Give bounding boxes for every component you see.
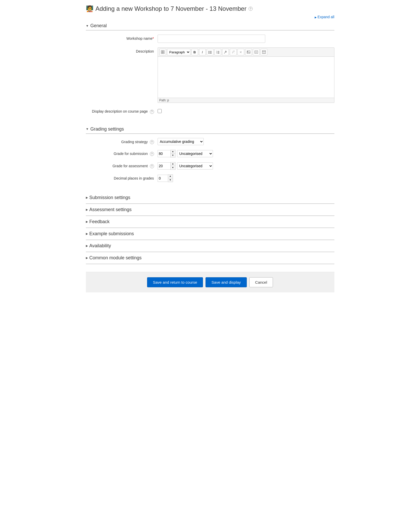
- availability-section[interactable]: ▶ Availability: [86, 240, 334, 252]
- display-desc-control: [158, 107, 334, 114]
- editor-grid-icon[interactable]: [159, 49, 166, 55]
- submission-section-label: Submission settings: [89, 195, 130, 200]
- editor-italic-btn[interactable]: I: [199, 49, 206, 55]
- grading-section-content: Grading strategy ? Accumulative grading …: [86, 134, 334, 191]
- editor-unlink-btn[interactable]: [230, 49, 237, 55]
- general-section-header[interactable]: ▼ General: [86, 21, 334, 30]
- page-title-text: Adding a new Workshop to 7 November - 13…: [96, 5, 247, 12]
- grade-assessment-category-select[interactable]: Uncategorised: [177, 162, 213, 170]
- description-row: Description: [86, 47, 334, 103]
- grading-section-label: Grading settings: [90, 126, 124, 132]
- general-arrow-icon: ▼: [86, 24, 89, 28]
- display-desc-label: Display description on course page ?: [86, 107, 158, 114]
- editor-template-btn[interactable]: [261, 49, 267, 55]
- svg-point-18: [247, 51, 248, 52]
- grade-submission-category-select[interactable]: Uncategorised: [177, 150, 213, 157]
- grading-strategy-help-icon[interactable]: ?: [150, 140, 154, 144]
- description-editor: Paragraph B I: [158, 47, 334, 103]
- decimal-places-down-btn[interactable]: ▼: [168, 178, 173, 182]
- editor-image-btn[interactable]: [245, 49, 252, 55]
- svg-rect-17: [247, 51, 250, 53]
- svg-marker-20: [256, 52, 257, 53]
- assessment-section[interactable]: ▶ Assessment settings: [86, 204, 334, 216]
- editor-media-btn[interactable]: [253, 49, 260, 55]
- decimal-places-label: Decimal places in grades: [86, 174, 158, 181]
- grade-submission-help-icon[interactable]: ?: [150, 152, 154, 156]
- example-arrow-icon: ▶: [86, 232, 88, 235]
- svg-point-6: [208, 52, 209, 53]
- decimal-places-spinner-btns: ▲ ▼: [168, 174, 173, 182]
- grade-assessment-label: Grade for assessment ?: [86, 162, 158, 169]
- svg-text:3.: 3.: [216, 52, 217, 54]
- save-return-button[interactable]: Save and return to course: [147, 277, 203, 287]
- general-section-label: General: [90, 23, 107, 28]
- save-display-button[interactable]: Save and display: [206, 277, 247, 287]
- grade-submission-spinner-btns: ▲ ▼: [170, 150, 176, 157]
- feedback-section-label: Feedback: [89, 219, 110, 224]
- grade-submission-down-btn[interactable]: ▼: [171, 154, 175, 157]
- display-desc-help-icon[interactable]: ?: [150, 110, 154, 114]
- workshop-name-input[interactable]: [158, 35, 265, 43]
- grade-assessment-spinner: ▲ ▼: [158, 162, 176, 170]
- svg-rect-1: [163, 51, 164, 52]
- svg-point-8: [208, 53, 209, 54]
- svg-rect-3: [163, 52, 164, 54]
- decimal-places-input[interactable]: [158, 175, 168, 182]
- general-section-content: Workshop name* Description: [86, 31, 334, 123]
- grading-section: ▼ Grading settings Grading strategy ? Ac…: [86, 124, 334, 191]
- grade-submission-spinner: ▲ ▼: [158, 150, 176, 157]
- grading-strategy-control: Accumulative grading Comments Number of …: [158, 138, 334, 145]
- grade-assessment-down-btn[interactable]: ▼: [171, 166, 175, 170]
- decimal-places-row: Decimal places in grades ▲ ▼: [86, 174, 334, 182]
- common-module-section-label: Common module settings: [89, 255, 142, 261]
- editor-paragraph-select[interactable]: Paragraph: [167, 49, 190, 55]
- availability-section-label: Availability: [89, 243, 111, 249]
- page-title-help-icon[interactable]: ?: [249, 7, 253, 11]
- page-title-icon: 🧑‍🏫: [86, 5, 94, 12]
- availability-arrow-icon: ▶: [86, 244, 88, 248]
- editor-footer: Path: p: [158, 98, 334, 103]
- editor-bold-btn[interactable]: B: [191, 49, 198, 55]
- svg-rect-2: [161, 52, 162, 54]
- decimal-places-up-btn[interactable]: ▲: [168, 175, 173, 178]
- workshop-name-row: Workshop name*: [86, 35, 334, 43]
- example-submissions-section[interactable]: ▶ Example submissions: [86, 228, 334, 240]
- grade-assessment-help-icon[interactable]: ?: [150, 164, 154, 168]
- editor-link-btn[interactable]: [222, 49, 229, 55]
- grading-strategy-row: Grading strategy ? Accumulative grading …: [86, 138, 334, 145]
- grading-arrow-icon: ▼: [86, 127, 89, 131]
- grading-strategy-select[interactable]: Accumulative grading Comments Number of …: [158, 138, 204, 145]
- common-module-section[interactable]: ▶ Common module settings: [86, 252, 334, 264]
- feedback-arrow-icon: ▶: [86, 220, 88, 223]
- grade-assessment-control: ▲ ▼ Uncategorised: [158, 162, 334, 170]
- grade-submission-up-btn[interactable]: ▲: [171, 150, 175, 154]
- editor-x-btn[interactable]: ✕: [238, 49, 244, 55]
- grade-submission-control: ▲ ▼ Uncategorised: [158, 150, 334, 157]
- decimal-places-control: ▲ ▼: [158, 174, 334, 182]
- submission-arrow-icon: ▶: [86, 196, 88, 199]
- svg-rect-0: [161, 51, 162, 52]
- editor-numbered-list-btn[interactable]: 1. 2. 3.: [214, 49, 221, 55]
- submission-section[interactable]: ▶ Submission settings: [86, 192, 334, 204]
- common-module-arrow-icon: ▶: [86, 256, 88, 260]
- workshop-name-label: Workshop name*: [86, 35, 158, 41]
- expand-all-row: Expand all: [86, 15, 334, 19]
- workshop-name-control: [158, 35, 334, 43]
- grade-submission-row: Grade for submission ? ▲ ▼ Unca: [86, 150, 334, 157]
- grading-section-header[interactable]: ▼ Grading settings: [86, 124, 334, 134]
- grade-assessment-up-btn[interactable]: ▲: [171, 162, 175, 166]
- display-desc-checkbox[interactable]: [158, 109, 162, 113]
- grade-submission-input[interactable]: [158, 150, 170, 157]
- editor-body[interactable]: [158, 57, 334, 98]
- general-section: ▼ General Workshop name* Description: [86, 21, 334, 123]
- editor-bullet-list-btn[interactable]: [207, 49, 213, 55]
- feedback-section[interactable]: ▶ Feedback: [86, 216, 334, 228]
- description-control: Paragraph B I: [158, 47, 334, 103]
- grade-assessment-input[interactable]: [158, 162, 170, 170]
- display-desc-row: Display description on course page ?: [86, 107, 334, 114]
- expand-all-link[interactable]: Expand all: [315, 15, 334, 19]
- grade-submission-label: Grade for submission ?: [86, 150, 158, 156]
- cancel-button[interactable]: Cancel: [249, 277, 273, 287]
- grade-assessment-row: Grade for assessment ? ▲ ▼ Unca: [86, 162, 334, 170]
- page-title: 🧑‍🏫 Adding a new Workshop to 7 November …: [86, 5, 334, 12]
